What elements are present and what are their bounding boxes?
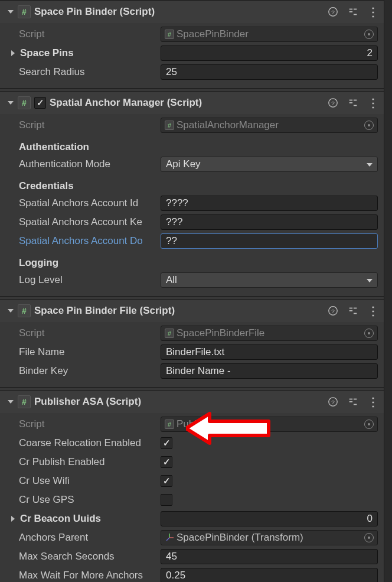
- auth-mode-dropdown[interactable]: Api Key: [161, 157, 378, 172]
- kebab-menu-icon[interactable]: ⋮: [367, 305, 379, 317]
- section-credentials: Credentials: [6, 178, 378, 194]
- help-icon[interactable]: ?: [327, 396, 339, 408]
- binder-key-input[interactable]: Binder Name -: [161, 363, 378, 379]
- label: Search Radius: [6, 66, 161, 78]
- foldout-toggle[interactable]: [6, 306, 15, 316]
- svg-rect-6: [354, 14, 357, 15]
- preset-icon[interactable]: [347, 305, 359, 317]
- svg-text:?: ?: [331, 100, 335, 106]
- preset-icon[interactable]: [347, 97, 359, 109]
- script-icon: #: [18, 304, 31, 317]
- script-object-field[interactable]: #SpacePinBinderFile: [161, 326, 378, 341]
- anchors-parent-field[interactable]: SpacePinBinder (Transform): [161, 530, 378, 545]
- svg-rect-14: [354, 105, 357, 106]
- object-picker-icon[interactable]: [364, 30, 374, 39]
- kebab-menu-icon[interactable]: ⋮: [367, 396, 379, 408]
- script-object-field[interactable]: #SpacePinBinder: [161, 27, 378, 42]
- component-header[interactable]: # Spatial Anchor Manager (Script) ? ⋮: [0, 92, 384, 114]
- svg-marker-22: [8, 400, 14, 404]
- max-search-field[interactable]: 45: [161, 549, 378, 564]
- property-log-level: Log Level All: [6, 271, 378, 289]
- component-header[interactable]: # Space Pin Binder File (Script) ? ⋮: [0, 300, 384, 322]
- script-object-field[interactable]: #PublisherASA: [161, 417, 378, 432]
- cr-beacon-count-field[interactable]: 0: [161, 511, 378, 526]
- object-picker-icon[interactable]: [364, 420, 374, 429]
- object-picker-icon[interactable]: [364, 329, 374, 338]
- property-coarse-relocation-enabled: Coarse Relocation Enabled: [6, 434, 378, 452]
- svg-marker-8: [8, 101, 14, 105]
- svg-rect-11: [349, 100, 352, 101]
- label: Cr Publish Enabled: [6, 456, 161, 468]
- label: Script: [6, 119, 161, 131]
- help-icon[interactable]: ?: [327, 97, 339, 109]
- preset-icon[interactable]: [347, 6, 359, 18]
- object-picker-icon[interactable]: [364, 121, 374, 130]
- component-header[interactable]: # Space Pin Binder (Script) ? ⋮: [0, 1, 384, 23]
- component-header[interactable]: # Publisher ASA (Script) ? ⋮: [0, 391, 384, 413]
- property-max-search-seconds: Max Search Seconds 45: [6, 548, 378, 565]
- svg-rect-13: [354, 100, 357, 101]
- svg-text:?: ?: [331, 9, 335, 15]
- file-name-input[interactable]: BinderFile.txt: [161, 344, 378, 360]
- help-icon[interactable]: ?: [327, 305, 339, 317]
- scrollbar-track[interactable]: [384, 0, 392, 582]
- property-anchors-parent: Anchors Parent SpacePinBinder (Transform…: [6, 529, 378, 547]
- label: Spatial Anchors Account Do: [6, 235, 161, 247]
- space-pins-count-field[interactable]: 2: [161, 45, 378, 61]
- label: Spatial Anchors Account Ke: [6, 216, 161, 228]
- help-icon[interactable]: ?: [327, 6, 339, 18]
- property-account-id: Spatial Anchors Account Id ????: [6, 194, 378, 212]
- script-object-field[interactable]: #SpatialAnchorManager: [161, 118, 378, 133]
- account-key-input[interactable]: ???: [161, 214, 378, 230]
- svg-rect-20: [354, 308, 357, 309]
- coarse-relocation-checkbox[interactable]: [161, 437, 172, 449]
- foldout-toggle[interactable]: [6, 397, 15, 407]
- preset-icon[interactable]: [347, 396, 359, 408]
- component-title: Spatial Anchor Manager (Script): [50, 97, 327, 109]
- section-logging: Logging: [6, 255, 378, 271]
- svg-marker-7: [11, 50, 15, 56]
- property-cr-use-gps: Cr Use GPS: [6, 491, 378, 509]
- svg-text:?: ?: [331, 308, 335, 314]
- label: Script: [6, 418, 161, 430]
- foldout-toggle[interactable]: [6, 98, 15, 108]
- kebab-menu-icon[interactable]: ⋮: [367, 6, 379, 18]
- property-cr-publish-enabled: Cr Publish Enabled: [6, 453, 378, 471]
- account-domain-input[interactable]: ??: [161, 233, 378, 249]
- svg-rect-19: [349, 310, 352, 311]
- foldout-toggle[interactable]: [8, 48, 18, 58]
- cr-publish-checkbox[interactable]: [161, 456, 172, 468]
- label: Cr Use Wifi: [6, 475, 161, 487]
- cr-wifi-checkbox[interactable]: [161, 475, 172, 487]
- cr-gps-checkbox[interactable]: [161, 494, 172, 506]
- property-script: Script #SpacePinBinderFile: [6, 324, 378, 342]
- svg-rect-12: [349, 102, 352, 103]
- component-enable-checkbox[interactable]: [34, 97, 46, 109]
- object-picker-icon[interactable]: [364, 533, 374, 542]
- log-level-dropdown[interactable]: All: [161, 272, 378, 288]
- property-script: Script #SpacePinBinder: [6, 25, 378, 43]
- svg-rect-4: [349, 11, 352, 12]
- property-binder-key: Binder Key Binder Name -: [6, 362, 378, 380]
- label: Coarse Relocation Enabled: [6, 437, 161, 449]
- label: Cr Use GPS: [6, 494, 161, 506]
- search-radius-field[interactable]: 25: [161, 64, 378, 80]
- property-cr-beacon-uuids: Cr Beacon Uuids 0: [6, 510, 378, 528]
- component-publisher-asa: # Publisher ASA (Script) ? ⋮ Script #Pub…: [0, 390, 384, 582]
- label: Spatial Anchors Account Id: [6, 197, 161, 209]
- account-id-input[interactable]: ????: [161, 196, 378, 211]
- component-spatial-anchor-manager: # Spatial Anchor Manager (Script) ? ⋮ Sc…: [0, 91, 384, 297]
- component-space-pin-binder: # Space Pin Binder (Script) ? ⋮ Script #…: [0, 0, 384, 89]
- kebab-menu-icon[interactable]: ⋮: [367, 97, 379, 109]
- foldout-toggle[interactable]: [6, 7, 15, 17]
- component-title: Publisher ASA (Script): [34, 396, 327, 408]
- max-wait-field[interactable]: 0.25: [161, 568, 378, 582]
- foldout-toggle[interactable]: [8, 514, 18, 524]
- property-file-name: File Name BinderFile.txt: [6, 343, 378, 361]
- label: File Name: [6, 346, 161, 358]
- script-icon: #: [18, 96, 31, 109]
- label: Script: [6, 28, 161, 40]
- property-cr-use-wifi: Cr Use Wifi: [6, 472, 378, 490]
- label: Max Wait For More Anchors: [6, 570, 161, 581]
- svg-marker-15: [8, 309, 14, 313]
